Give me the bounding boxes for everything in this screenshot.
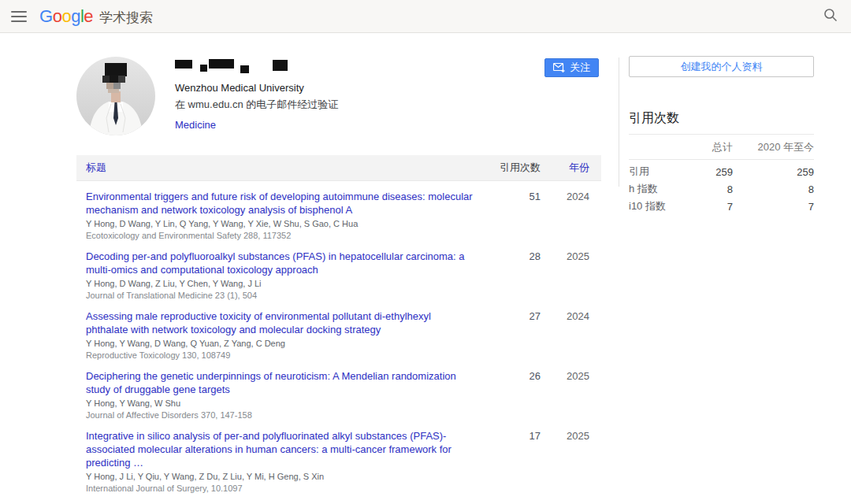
article-row: Integrative genomic and single-cell fram… xyxy=(76,494,601,504)
article-title-link[interactable]: Environmental triggers and future risk o… xyxy=(86,190,474,217)
col-since: 2020 年至今 xyxy=(733,135,814,160)
article-venue: Journal of Translational Medicine 23 (1)… xyxy=(86,291,474,301)
article-year: 2025 xyxy=(541,369,589,382)
article-year: 2024 xyxy=(541,190,589,202)
google-logo: Google xyxy=(39,6,93,27)
stat-row-h-index: h 指数 8 8 xyxy=(629,180,814,198)
article-year: 2024 xyxy=(541,309,589,322)
citations-table: 总计 2020 年至今 引用 259 259 h 指数 8 8 i10 指数 7 xyxy=(629,135,814,215)
article-row: Environmental triggers and future risk o… xyxy=(76,181,601,241)
search-icon[interactable] xyxy=(823,7,838,25)
article-cited-link[interactable]: 51 xyxy=(474,190,541,202)
article-authors: Y Hong, Y Wang, D Wang, Q Yuan, Z Yang, … xyxy=(86,339,474,349)
stat-row-i10-index: i10 指数 7 7 xyxy=(629,198,814,215)
article-authors: Y Hong, D Wang, Y Lin, Q Yang, Y Wang, Y… xyxy=(86,219,474,229)
interest-link-medicine[interactable]: Medicine xyxy=(175,119,216,131)
affiliation: Wenzhou Medical University xyxy=(175,82,338,94)
article-venue: Journal of Affective Disorders 370, 147-… xyxy=(86,410,474,421)
redacted-name-bars xyxy=(175,58,338,76)
article-title-link[interactable]: Integrative in silico analysis of per-an… xyxy=(86,429,474,469)
article-title-link[interactable]: Assessing male reproductive toxicity of … xyxy=(86,309,474,336)
articles-header-row: 标题 引用次数 年份 xyxy=(76,155,601,181)
articles-table: 标题 引用次数 年份 Environmental triggers and fu… xyxy=(76,155,601,504)
article-cited-link[interactable]: 27 xyxy=(474,309,541,322)
article-title-link[interactable]: Decoding per-and polyfluoroalkyl substan… xyxy=(86,250,474,276)
article-year: 2025 xyxy=(541,429,589,442)
col-total: 总计 xyxy=(676,135,733,160)
article-row: Integrative in silico analysis of per-an… xyxy=(76,421,601,494)
article-cited-link[interactable]: 26 xyxy=(474,369,541,382)
sort-by-citations[interactable]: 引用次数 xyxy=(474,161,541,175)
article-row: Decoding per-and polyfluoroalkyl substan… xyxy=(76,241,601,301)
sort-by-title[interactable]: 标题 xyxy=(76,161,474,175)
email-verified: 在 wmu.edu.cn 的电子邮件经过验证 xyxy=(175,98,338,112)
article-row: Deciphering the genetic underpinnings of… xyxy=(76,361,601,421)
article-authors: Y Hong, Y Wang, W Shu xyxy=(86,398,474,409)
follow-label: 关注 xyxy=(570,61,590,75)
mail-plus-icon xyxy=(553,63,565,72)
article-authors: Y Hong, D Wang, Z Liu, Y Chen, Y Wang, J… xyxy=(86,279,474,289)
follow-button[interactable]: 关注 xyxy=(544,58,599,77)
profile-photo xyxy=(76,57,155,135)
sidebar-divider xyxy=(619,57,619,187)
article-cited-link[interactable]: 17 xyxy=(474,429,541,442)
top-bar: Google 学术搜索 xyxy=(0,0,851,33)
profile-header: Wenzhou Medical University 在 wmu.edu.cn … xyxy=(76,55,601,146)
article-venue: Ecotoxicology and Environmental Safety 2… xyxy=(86,231,474,241)
product-name: 学术搜索 xyxy=(99,9,153,27)
article-authors: Y Hong, J Li, Y Qiu, Y Wang, Z Du, Z Liu… xyxy=(86,472,474,482)
sort-by-year[interactable]: 年份 xyxy=(541,161,589,175)
article-year: 2025 xyxy=(541,250,589,262)
sidebar: 创建我的个人资料 引用次数 总计 2020 年至今 引用 259 259 h 指… xyxy=(629,56,814,215)
menu-icon[interactable] xyxy=(11,11,27,22)
google-scholar-logo[interactable]: Google 学术搜索 xyxy=(39,6,153,27)
article-cited-link[interactable]: 28 xyxy=(474,250,541,262)
citations-heading: 引用次数 xyxy=(629,110,814,135)
article-title-link[interactable]: Deciphering the genetic underpinnings of… xyxy=(86,369,474,396)
article-venue: Reproductive Toxicology 130, 108749 xyxy=(86,350,474,361)
citations-panel: 引用次数 总计 2020 年至今 引用 259 259 h 指数 8 8 xyxy=(629,110,814,215)
article-venue: International Journal of Surgery, 10.109… xyxy=(86,484,474,494)
article-row: Assessing male reproductive toxicity of … xyxy=(76,301,601,361)
stat-row-citations: 引用 259 259 xyxy=(629,160,814,181)
create-profile-button[interactable]: 创建我的个人资料 xyxy=(629,56,814,77)
